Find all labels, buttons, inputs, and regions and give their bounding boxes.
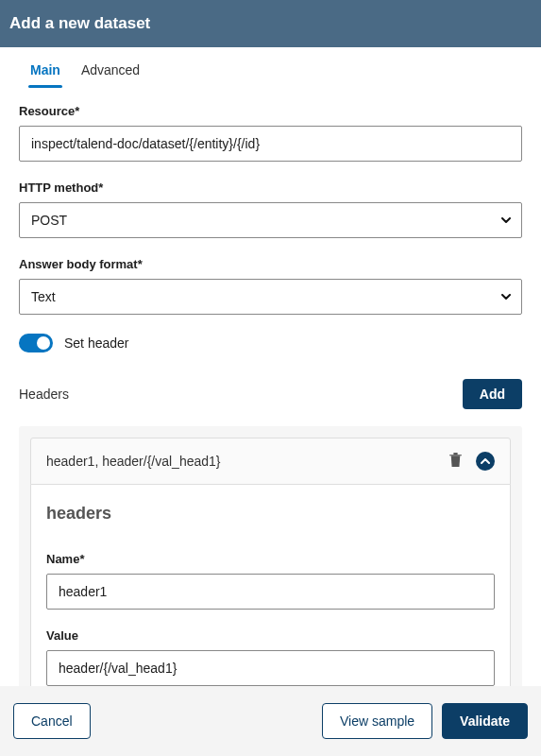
validate-button[interactable]: Validate xyxy=(442,703,528,739)
header-item-body: headers Name* Value xyxy=(30,485,511,686)
select-http-method[interactable]: POST xyxy=(19,202,522,238)
headers-label: Headers xyxy=(19,387,69,402)
field-resource: Resource* xyxy=(19,104,522,162)
field-header-value: Value xyxy=(46,628,495,686)
header-panel-title: headers xyxy=(46,504,495,524)
dialog-title: Add a new dataset xyxy=(9,14,150,32)
input-header-name[interactable] xyxy=(46,574,495,610)
view-sample-button[interactable]: View sample xyxy=(322,703,432,739)
form-area: Resource* HTTP method* POST Answer body … xyxy=(0,87,541,686)
label-set-header: Set header xyxy=(64,335,129,351)
headers-section-row: Headers Add xyxy=(19,379,522,409)
tab-bar: Main Advanced xyxy=(0,47,541,87)
collapse-up-icon[interactable] xyxy=(476,452,495,471)
toggle-set-header[interactable] xyxy=(19,334,53,352)
select-answer-body[interactable]: Text xyxy=(19,279,522,315)
dialog-footer: Cancel View sample Validate xyxy=(0,686,541,756)
toggle-set-header-row: Set header xyxy=(19,334,522,352)
headers-card: header1, header/{/val_head1} headers Nam… xyxy=(19,426,522,686)
cancel-button[interactable]: Cancel xyxy=(13,703,91,739)
label-resource: Resource* xyxy=(19,104,522,118)
field-http-method: HTTP method* POST xyxy=(19,180,522,238)
input-header-value[interactable] xyxy=(46,650,495,686)
field-header-name: Name* xyxy=(46,552,495,610)
tab-main[interactable]: Main xyxy=(28,59,62,87)
label-http-method: HTTP method* xyxy=(19,180,522,195)
input-resource[interactable] xyxy=(19,126,522,162)
dialog-header: Add a new dataset xyxy=(0,0,541,47)
header-item-actions xyxy=(448,452,495,471)
header-item-summary: header1, header/{/val_head1} xyxy=(46,454,221,469)
tab-advanced[interactable]: Advanced xyxy=(79,59,142,87)
field-answer-body: Answer body format* Text xyxy=(19,257,522,315)
label-answer-body: Answer body format* xyxy=(19,257,522,271)
header-item-summary-row: header1, header/{/val_head1} xyxy=(30,438,511,485)
add-header-button[interactable]: Add xyxy=(463,379,522,409)
label-header-value: Value xyxy=(46,628,495,643)
trash-icon[interactable] xyxy=(448,452,463,471)
label-header-name: Name* xyxy=(46,552,495,566)
footer-right: View sample Validate xyxy=(322,703,528,739)
